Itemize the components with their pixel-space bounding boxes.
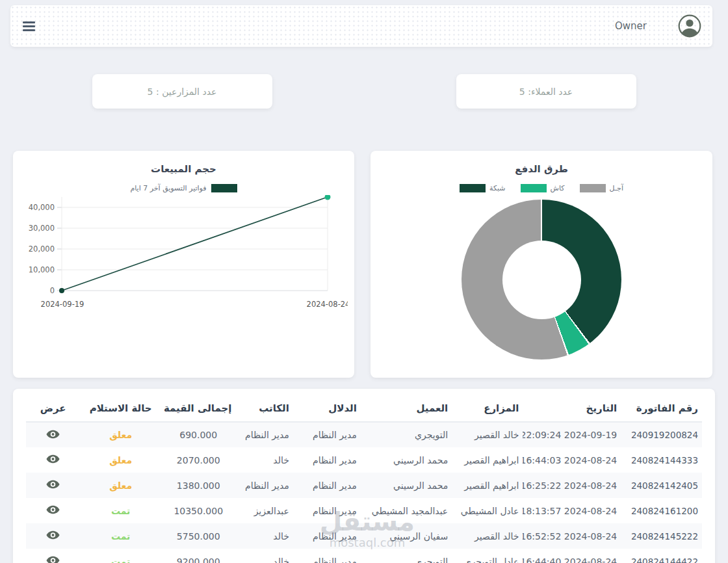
view-invoice-button[interactable] <box>46 480 60 489</box>
column-header-writer: الكاتب <box>235 394 292 422</box>
column-header-farmer: المزارع <box>452 394 523 422</box>
eye-icon <box>46 530 60 540</box>
view-invoice-button[interactable] <box>46 430 60 439</box>
svg-text:2024-09-19: 2024-09-19 <box>41 300 84 309</box>
cell-farmer: ابراهيم القصير <box>452 447 523 473</box>
sales-legend-swatch <box>211 184 237 192</box>
cell-total: 10350.000 <box>161 498 235 523</box>
svg-text:40,000: 40,000 <box>29 203 55 212</box>
payments-chart-legend[interactable]: شبكةكاشآجـل <box>377 184 706 192</box>
legend-swatch <box>580 184 606 192</box>
cell-invoice: 240824142405 <box>621 473 702 498</box>
cell-invoice: 240824144333 <box>621 447 702 473</box>
column-header-client: العميل <box>361 394 452 422</box>
cell-status: معلق <box>80 422 161 447</box>
column-header-status: حالة الاستلام <box>80 394 161 422</box>
cell-status: تمت <box>80 498 161 523</box>
cell-datetime: 2024-08-24 16:44:03 <box>523 447 621 473</box>
cell-broker: مدير النظام <box>293 422 361 447</box>
cell-writer: خالد <box>235 447 292 473</box>
cell-client: محمد الرسيني <box>361 447 452 473</box>
cell-farmer: عادل التويجري <box>452 549 523 563</box>
svg-text:2024-08-24: 2024-08-24 <box>307 300 348 309</box>
cell-view <box>26 447 80 473</box>
invoices-table-card: رقم الفاتورةالتاريخالمزارعالعميلالدلالال… <box>13 389 715 563</box>
cell-writer: خالد <box>235 549 292 563</box>
hamburger-menu-icon[interactable] <box>21 17 36 36</box>
cell-farmer: خالد القصير <box>452 523 523 549</box>
column-header-datetime: التاريخ <box>523 394 621 422</box>
cell-datetime: 2024-09-19 22:09:24 <box>523 422 621 447</box>
payments-legend-item[interactable]: آجـل <box>580 184 623 192</box>
column-header-broker: الدلال <box>293 394 361 422</box>
cell-status: تمت <box>80 523 161 549</box>
cell-writer: عبدالعزيز <box>235 498 292 523</box>
cell-view <box>26 498 80 523</box>
eye-icon <box>46 556 60 563</box>
invoice-row: 2408241444222024-08-24 16:44:40عادل التو… <box>26 549 702 563</box>
user-role-label: Owner <box>615 20 647 32</box>
top-header: Owner <box>10 5 712 47</box>
sales-volume-card: حجم المبيعات فواتير التسويق آخر 7 ايام 0… <box>13 151 354 378</box>
sales-chart-legend[interactable]: فواتير التسويق آخر 7 ايام <box>20 184 348 192</box>
cell-invoice: 240824145222 <box>621 523 702 549</box>
cell-client: محمد الرسيني <box>361 473 452 498</box>
cell-total: 2070.000 <box>161 447 235 473</box>
payments-legend-item[interactable]: كاش <box>521 184 565 192</box>
cell-farmer: ابراهيم القصير <box>452 473 523 498</box>
cell-status: معلق <box>80 447 161 473</box>
view-invoice-button[interactable] <box>46 556 60 563</box>
cell-invoice: 240919200824 <box>621 422 702 447</box>
cell-broker: مدير النظام <box>293 549 361 563</box>
table-header-row: رقم الفاتورةالتاريخالمزارعالعميلالدلالال… <box>26 394 702 422</box>
cell-farmer: عادل المشيطي <box>452 498 523 523</box>
payments-legend-item[interactable]: شبكة <box>460 184 506 192</box>
column-header-invoice: رقم الفاتورة <box>621 394 702 422</box>
cell-total: 1380.000 <box>161 473 235 498</box>
view-invoice-button[interactable] <box>46 505 60 514</box>
cell-view <box>26 422 80 447</box>
cell-total: 690.000 <box>161 422 235 447</box>
eye-icon <box>46 454 60 464</box>
clients-count-card: عدد العملاء: 5 <box>456 74 636 109</box>
cell-client: عبدالمجيد المشيطي <box>361 498 452 523</box>
stats-row: عدد المزارعين : 5 عدد العملاء: 5 <box>0 74 728 109</box>
cell-broker: مدير النظام <box>293 523 361 549</box>
svg-text:20,000: 20,000 <box>29 244 55 254</box>
view-invoice-button[interactable] <box>46 454 60 464</box>
invoice-row: 2408241443332024-08-24 16:44:03ابراهيم ا… <box>26 447 702 473</box>
user-avatar-icon[interactable] <box>678 14 701 38</box>
svg-text:30,000: 30,000 <box>29 224 55 233</box>
cell-client: التويجري <box>361 422 452 447</box>
sales-chart-title: حجم المبيعات <box>20 163 348 175</box>
invoice-row: 2408241612002024-08-24 18:13:57عادل المش… <box>26 498 702 523</box>
cell-view <box>26 549 80 563</box>
svg-text:10,000: 10,000 <box>29 265 55 274</box>
invoice-row: 2408241424052024-08-24 16:25:22ابراهيم ا… <box>26 473 702 498</box>
donut-hole <box>502 241 581 319</box>
sales-line-chart: 010,00020,00030,00040,0002024-09-192024-… <box>20 195 348 319</box>
cell-datetime: 2024-08-24 16:44:40 <box>523 549 621 563</box>
legend-label: كاش <box>551 184 565 192</box>
payments-chart-title: طرق الدفع <box>377 163 706 175</box>
cell-datetime: 2024-08-24 16:25:22 <box>523 473 621 498</box>
cell-broker: مدير النظام <box>293 498 361 523</box>
legend-swatch <box>521 184 547 192</box>
cell-invoice: 240824144422 <box>621 549 702 563</box>
payments-donut-chart <box>462 200 621 360</box>
cell-view <box>26 473 80 498</box>
cell-total: 9200.000 <box>161 549 235 563</box>
cell-writer: مدير النظام <box>235 422 292 447</box>
column-header-view: عرض <box>26 394 80 422</box>
cell-invoice: 240824161200 <box>621 498 702 523</box>
cell-client: سفيان الرسيني <box>361 523 452 549</box>
invoice-row: 2408241452222024-08-24 16:52:52خالد القص… <box>26 523 702 549</box>
cell-farmer: خالد القصير <box>452 422 523 447</box>
legend-label: آجـل <box>610 184 623 192</box>
view-invoice-button[interactable] <box>46 530 60 540</box>
cell-view <box>26 523 80 549</box>
cell-datetime: 2024-08-24 16:52:52 <box>523 523 621 549</box>
sales-legend-label: فواتير التسويق آخر 7 ايام <box>130 184 206 192</box>
farmers-count-label: عدد المزارعين : 5 <box>148 86 217 97</box>
cell-writer: مدير النظام <box>235 473 292 498</box>
